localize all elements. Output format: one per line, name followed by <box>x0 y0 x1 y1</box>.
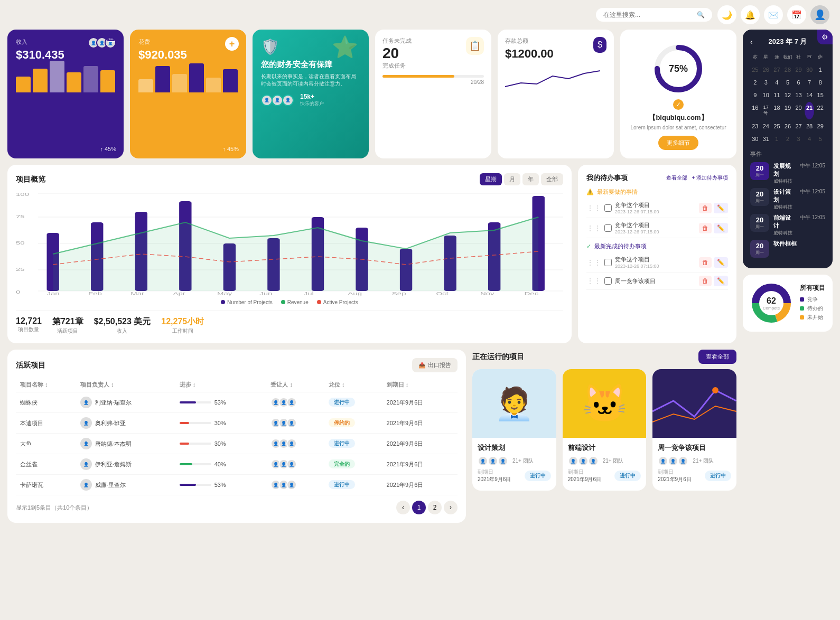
cal-day-27[interactable]: 27 <box>794 120 804 132</box>
col-owner[interactable]: 项目负责人 ↕ <box>76 378 175 392</box>
cal-day-30[interactable]: 30 <box>750 133 760 145</box>
event-3[interactable]: 20 周一 前端设计 威特科技 中午 12:05 <box>750 214 825 237</box>
cal-day-15[interactable]: 15 <box>815 89 825 101</box>
col-status[interactable]: 龙位 ↕ <box>324 378 382 392</box>
row-progress-4: 40% <box>175 454 267 475</box>
cal-day-18[interactable]: 18 <box>772 102 782 119</box>
todo-edit-2[interactable]: ✏️ <box>714 223 728 233</box>
drag-handle-3[interactable]: ⋮⋮ <box>586 258 601 267</box>
ebar-2 <box>155 66 170 92</box>
cal-day-10[interactable]: 10 <box>761 89 771 101</box>
svg-text:Jan: Jan <box>46 291 59 296</box>
cal-day-8[interactable]: 8 <box>815 77 825 88</box>
tab-month[interactable]: 月 <box>504 173 520 185</box>
notifications-button[interactable]: 🔔 <box>741 5 760 24</box>
mail-button[interactable]: ✉️ <box>764 5 783 24</box>
search-box[interactable]: 🔍 <box>596 8 712 22</box>
tab-year[interactable]: 年 <box>522 173 539 185</box>
todo-add-link[interactable]: + 添加待办事项 <box>692 174 728 182</box>
cal-day-14[interactable]: 14 <box>805 89 815 101</box>
page-1-button[interactable]: 1 <box>412 501 426 514</box>
cal-day-pm-29[interactable]: 29 <box>794 64 804 76</box>
event-time-1: 中午 12:05 <box>800 162 825 170</box>
cal-day-31[interactable]: 31 <box>761 133 771 145</box>
cal-day-nm-5[interactable]: 5 <box>815 133 825 145</box>
cal-day-nm-1[interactable]: 1 <box>772 133 782 145</box>
todo-checkbox-3[interactable] <box>604 259 612 266</box>
todo-delete-3[interactable]: 🗑 <box>699 257 712 268</box>
todo-edit-3[interactable]: ✏️ <box>714 257 728 268</box>
cal-day-pm-25[interactable]: 25 <box>750 64 760 76</box>
todo-checkbox-1[interactable] <box>604 204 612 212</box>
running-view-all-button[interactable]: 查看全部 <box>698 350 736 364</box>
event-2[interactable]: 20 周一 设计策划 威特科技 中午 12:05 <box>750 188 825 211</box>
cal-day-20[interactable]: 20 <box>794 102 804 119</box>
cal-day-nm-2[interactable]: 2 <box>783 133 793 145</box>
event-4[interactable]: 20 周一 软件框框 <box>750 240 825 258</box>
dark-mode-button[interactable]: 🌙 <box>717 5 736 24</box>
col-name[interactable]: 项目名称 ↕ <box>16 378 76 392</box>
expense-percent: ↑ 45% <box>222 146 239 152</box>
cal-day-pm-26[interactable]: 26 <box>761 64 771 76</box>
col-due[interactable]: 到期日 ↕ <box>382 378 458 392</box>
todo-edit-1[interactable]: ✏️ <box>714 203 728 213</box>
bottom-row: 活跃项目 📤 出口报告 项目名称 ↕ 项目负责人 ↕ 进步 ↕ 受让人 ↕ 龙位 <box>7 350 736 523</box>
calendar-settings-button[interactable]: ⚙ <box>817 30 833 44</box>
tab-all[interactable]: 全部 <box>541 173 563 185</box>
cal-day-6[interactable]: 6 <box>794 77 804 88</box>
cal-day-19[interactable]: 19 <box>783 102 793 119</box>
todo-text-1: 竞争这个项目 <box>615 201 696 209</box>
todo-checkbox-2[interactable] <box>604 224 612 232</box>
todo-delete-2[interactable]: 🗑 <box>699 223 712 233</box>
cal-day-24[interactable]: 24 <box>761 120 771 132</box>
cal-day-5[interactable]: 5 <box>783 77 793 88</box>
col-assignee[interactable]: 受让人 ↕ <box>266 378 324 392</box>
cal-day-25[interactable]: 25 <box>772 120 782 132</box>
todo-checkbox-4[interactable] <box>604 277 612 285</box>
cal-day-pm-30[interactable]: 30 <box>805 64 815 76</box>
page-buttons[interactable]: ‹ 1 2 › <box>396 501 458 514</box>
cal-day-12[interactable]: 12 <box>783 89 793 101</box>
cal-day-pm-28[interactable]: 28 <box>783 64 793 76</box>
todo-view-all-link[interactable]: 查看全部 <box>666 174 687 182</box>
cal-day-1[interactable]: 1 <box>815 64 825 76</box>
col-progress[interactable]: 进步 ↕ <box>175 378 267 392</box>
export-button[interactable]: 📤 出口报告 <box>412 358 458 372</box>
tab-week[interactable]: 星期 <box>480 173 502 185</box>
more-details-button[interactable]: 更多细节 <box>658 136 698 150</box>
search-input[interactable] <box>603 11 693 18</box>
cal-day-23[interactable]: 23 <box>750 120 760 132</box>
calendar-prev-button[interactable]: ‹ <box>750 37 753 46</box>
calendar-button[interactable]: 📅 <box>787 5 806 24</box>
cal-day-7[interactable]: 7 <box>805 77 815 88</box>
avatar[interactable]: 👤 <box>810 5 829 24</box>
cal-day-nm-4[interactable]: 4 <box>805 133 815 145</box>
drag-handle-1[interactable]: ⋮⋮ <box>586 204 601 212</box>
prev-page-button[interactable]: ‹ <box>396 501 410 514</box>
cal-day-9[interactable]: 9 <box>750 89 760 101</box>
todo-delete-1[interactable]: 🗑 <box>699 203 712 213</box>
cal-day-13[interactable]: 13 <box>794 89 804 101</box>
cal-day-11[interactable]: 11 <box>772 89 782 101</box>
cal-day-28[interactable]: 28 <box>805 120 815 132</box>
cal-day-16[interactable]: 16 <box>750 102 760 119</box>
cal-day-3[interactable]: 3 <box>761 77 771 88</box>
expense-add-button[interactable]: + <box>225 37 239 51</box>
page-2-button[interactable]: 2 <box>428 501 442 514</box>
cal-day-nm-3[interactable]: 3 <box>794 133 804 145</box>
next-page-button[interactable]: › <box>444 501 458 514</box>
cal-day-22[interactable]: 22 <box>815 102 825 119</box>
todo-delete-4[interactable]: 🗑 <box>699 276 712 286</box>
drag-handle-4[interactable]: ⋮⋮ <box>586 277 601 285</box>
cal-day-17[interactable]: 17号 <box>761 102 771 119</box>
cal-day-pm-27[interactable]: 27 <box>772 64 782 76</box>
overview-tabs[interactable]: 星期 月 年 全部 <box>480 173 563 185</box>
cal-day-4[interactable]: 4 <box>772 77 782 88</box>
cal-day-21-today[interactable]: 21 <box>805 102 815 119</box>
cal-day-29[interactable]: 29 <box>815 120 825 132</box>
drag-handle-2[interactable]: ⋮⋮ <box>586 224 601 232</box>
todo-edit-4[interactable]: ✏️ <box>714 276 728 286</box>
cal-day-26[interactable]: 26 <box>783 120 793 132</box>
cal-day-2[interactable]: 2 <box>750 77 760 88</box>
event-1[interactable]: 20 周一 发展规划 威特科技 中午 12:05 <box>750 162 825 185</box>
